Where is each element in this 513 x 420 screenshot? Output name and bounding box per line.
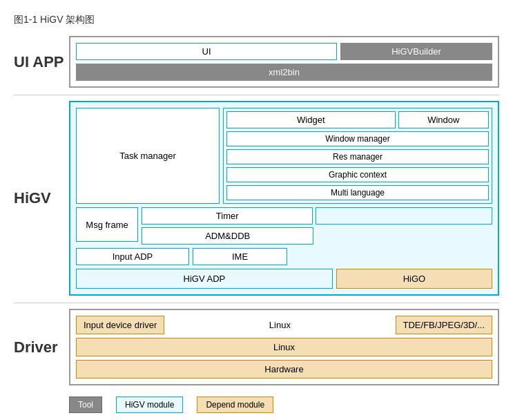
ui-box: UI bbox=[76, 43, 337, 60]
driver-content: Input device driver Linux TDE/FB/JPEG/3D… bbox=[69, 309, 499, 385]
legend: Tool HiGV module Depend module bbox=[14, 397, 499, 413]
legend-higv-box: HiGV module bbox=[116, 397, 183, 413]
higvbuilder-box: HiGVBuilder bbox=[340, 43, 492, 60]
legend-tool-box: Tool bbox=[69, 397, 102, 413]
window-manager-box: Window manager bbox=[226, 131, 489, 146]
widget-box: Widget bbox=[226, 111, 396, 128]
graphic-context-box: Graphic context bbox=[226, 167, 489, 182]
adm-ddb-box: ADM&DDB bbox=[142, 227, 313, 245]
window-box: Window bbox=[398, 111, 489, 128]
xml2bin-box: xml2bin bbox=[76, 64, 492, 81]
legend-depend-box: Depend module bbox=[197, 397, 273, 413]
hardware-box: Hardware bbox=[76, 360, 492, 379]
ui-app-content: UI HiGVBuilder xml2bin bbox=[69, 36, 499, 88]
ui-app-label: UI APP bbox=[14, 53, 69, 71]
divider-1 bbox=[14, 95, 499, 95]
multi-language-box: Multi language bbox=[226, 185, 489, 200]
linux-label: Linux bbox=[168, 316, 391, 334]
ime-box: IME bbox=[193, 248, 287, 265]
higv-content: Task manager Widget Window Window manage… bbox=[69, 101, 499, 296]
higv-adp-box: HiGV ADP bbox=[76, 269, 333, 289]
legend-depend-module: Depend module bbox=[197, 397, 273, 413]
page-title: 图1-1 HiGV 架构图 bbox=[14, 14, 499, 26]
task-manager-box: Task manager bbox=[76, 108, 220, 204]
timer-box: Timer bbox=[142, 207, 313, 225]
res-manager-box: Res manager bbox=[226, 149, 489, 164]
linux-full-box: Linux bbox=[76, 338, 492, 356]
divider-2 bbox=[14, 303, 499, 303]
driver-label: Driver bbox=[14, 338, 69, 356]
legend-tool: Tool bbox=[69, 397, 102, 413]
msg-frame-box: Msg frame bbox=[76, 207, 138, 242]
higo-box: HiGO bbox=[336, 269, 492, 289]
input-device-driver-box: Input device driver bbox=[76, 316, 164, 334]
tde-box: TDE/FB/JPEG/3D/... bbox=[396, 316, 492, 334]
input-adp-box: Input ADP bbox=[76, 248, 189, 265]
higv-label: HiGV bbox=[14, 189, 69, 207]
legend-higv-module: HiGV module bbox=[116, 397, 183, 413]
